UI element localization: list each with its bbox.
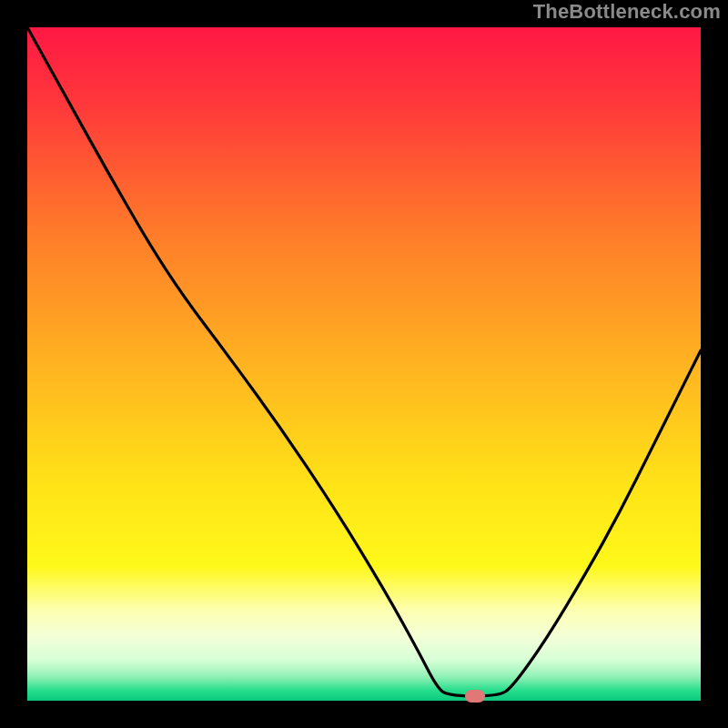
bottleneck-plot bbox=[27, 27, 701, 701]
gradient-background bbox=[27, 27, 701, 701]
chart-frame: TheBottleneck.com bbox=[0, 0, 728, 728]
watermark-text: TheBottleneck.com bbox=[533, 0, 721, 24]
optimal-point-marker bbox=[465, 690, 485, 703]
